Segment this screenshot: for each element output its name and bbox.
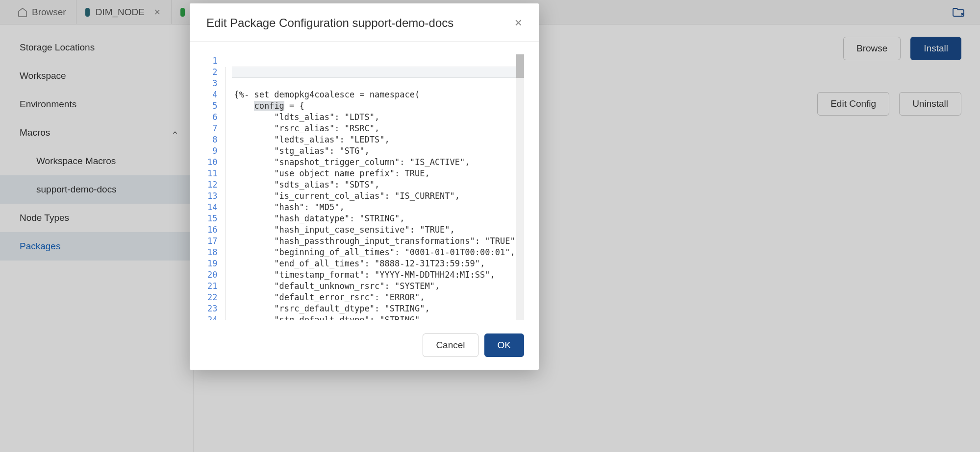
scrollbar-vertical[interactable] xyxy=(516,54,524,320)
code-area[interactable]: {%- set demopkg4coalesce = namespace( co… xyxy=(232,54,524,320)
modal-title: Edit Package Configuration support-demo-… xyxy=(206,16,453,30)
line-gutter: 123456789101112131415161718192021222324 xyxy=(204,54,223,320)
code-editor[interactable]: 123456789101112131415161718192021222324 … xyxy=(204,54,524,320)
cancel-button[interactable]: Cancel xyxy=(423,333,478,357)
ok-button[interactable]: OK xyxy=(484,333,524,357)
scrollbar-thumb[interactable] xyxy=(516,54,524,78)
edit-package-config-modal: Edit Package Configuration support-demo-… xyxy=(190,3,539,370)
close-icon[interactable]: × xyxy=(513,13,524,32)
